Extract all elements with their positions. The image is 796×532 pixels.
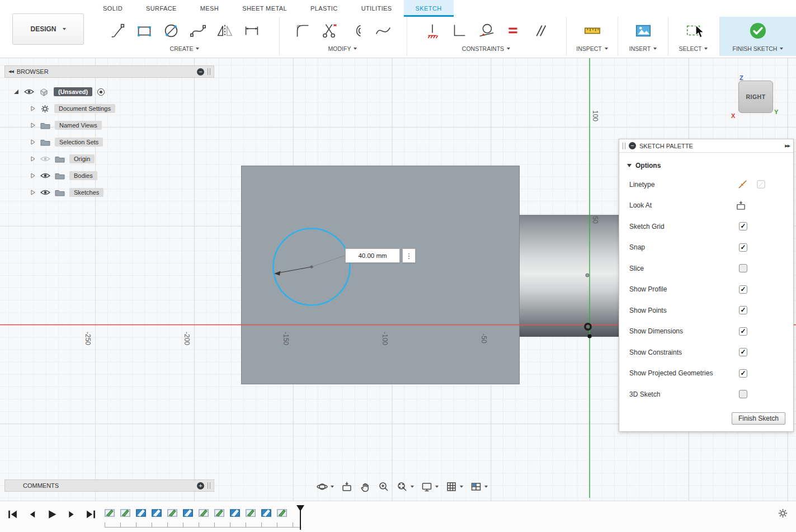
go-to-start-icon[interactable]	[7, 509, 18, 522]
insert-menu[interactable]: INSERT	[629, 45, 657, 52]
equal-constraint-icon[interactable]	[503, 21, 523, 41]
play-icon[interactable]	[46, 509, 58, 522]
browser-item-named-views[interactable]: Named Views	[4, 117, 214, 134]
show-points-checkbox[interactable]	[739, 306, 747, 314]
timeline-sketch-feature-icon[interactable]	[213, 507, 225, 519]
visibility-eye-icon[interactable]	[40, 189, 50, 196]
options-section-header[interactable]: Options	[619, 157, 793, 174]
show-constraints-checkbox[interactable]	[739, 348, 747, 356]
sketch-profile-region[interactable]	[241, 166, 520, 384]
look-at-icon[interactable]	[736, 200, 746, 211]
timeline-sketch-feature-icon[interactable]	[229, 507, 241, 519]
step-forward-icon[interactable]	[65, 509, 77, 522]
expander-closed-icon[interactable]	[30, 156, 36, 162]
go-to-end-icon[interactable]	[85, 509, 97, 522]
tab-solid[interactable]: SOLID	[91, 0, 134, 17]
timeline-sketch-feature-icon[interactable]	[260, 507, 272, 519]
browser-item-label[interactable]: Document Settings	[54, 104, 115, 113]
mirror-icon[interactable]	[215, 21, 235, 41]
timeline-sketch-feature-icon[interactable]	[166, 507, 178, 519]
grid-settings-icon[interactable]	[446, 481, 463, 492]
offset-icon[interactable]	[346, 21, 366, 41]
show-dimensions-checkbox[interactable]	[739, 327, 747, 336]
tab-plastic[interactable]: PLASTIC	[299, 0, 350, 17]
browser-item-label[interactable]: Bodies	[69, 171, 97, 180]
browser-item-label[interactable]: Named Views	[55, 121, 102, 130]
visibility-eye-icon[interactable]	[40, 172, 50, 180]
insert-image-icon[interactable]	[633, 21, 653, 41]
freeform-icon[interactable]	[373, 21, 393, 41]
viewcube[interactable]: RIGHT	[738, 81, 773, 113]
perpendicular-constraint-icon[interactable]	[449, 21, 469, 41]
document-name[interactable]: (Unsaved)	[54, 87, 92, 96]
timeline-sketch-feature-icon[interactable]	[182, 507, 194, 519]
snap-checkbox[interactable]	[739, 243, 747, 252]
timeline-sketch-feature-icon[interactable]	[244, 507, 257, 519]
orbit-icon[interactable]	[317, 481, 334, 492]
expander-closed-icon[interactable]	[30, 139, 36, 145]
collapse-circle-icon[interactable]	[197, 68, 204, 76]
palette-header[interactable]: SKETCH PALETTE	[619, 139, 793, 153]
display-settings-icon[interactable]	[421, 481, 439, 492]
collapse-left-icon[interactable]	[8, 69, 13, 74]
timeline-sketch-feature-icon[interactable]	[135, 507, 147, 519]
comments-header[interactable]: COMMENTS	[4, 479, 214, 492]
finish-sketch-button[interactable]: FINISH SKETCH	[733, 45, 784, 52]
timeline-settings-gear-icon[interactable]	[778, 508, 788, 521]
browser-header[interactable]: BROWSER	[4, 65, 214, 78]
fix-constraint-icon[interactable]	[422, 21, 442, 41]
tab-utilities[interactable]: UTILITIES	[350, 0, 404, 17]
sketch-spline-icon[interactable]	[188, 21, 208, 41]
dimension-options-button[interactable]	[402, 248, 416, 263]
linetype-construction-icon[interactable]	[737, 179, 748, 190]
browser-item-label[interactable]: Sketches	[69, 188, 103, 197]
timeline-sketch-feature-icon[interactable]	[103, 507, 116, 519]
browser-item-sketches[interactable]: Sketches	[4, 184, 214, 201]
zoom-icon[interactable]	[378, 481, 389, 492]
finish-sketch-palette-button[interactable]: Finish Sketch	[732, 412, 785, 425]
timeline-position-marker[interactable]	[296, 505, 304, 511]
sketch-rectangle-icon[interactable]	[134, 21, 154, 41]
panel-grip[interactable]	[208, 68, 210, 75]
sketch-dimension-icon[interactable]	[242, 21, 262, 41]
browser-root-row[interactable]: (Unsaved)	[4, 83, 214, 100]
expander-closed-icon[interactable]	[30, 173, 36, 178]
browser-item-bodies[interactable]: Bodies	[4, 167, 214, 184]
show-projected-geometries-checkbox[interactable]	[739, 369, 747, 378]
sketch-grid-checkbox[interactable]	[739, 222, 747, 230]
browser-item-document-settings[interactable]: Document Settings	[4, 100, 214, 117]
timeline-sketch-feature-icon[interactable]	[276, 507, 288, 519]
create-menu[interactable]: CREATE	[170, 45, 200, 52]
panel-grip[interactable]	[623, 143, 625, 149]
look-at-icon[interactable]	[341, 481, 352, 492]
show-profile-checkbox[interactable]	[739, 285, 747, 294]
browser-item-label[interactable]: Origin	[69, 154, 95, 163]
tab-sheet-metal[interactable]: SHEET METAL	[230, 0, 299, 17]
tab-sketch[interactable]: SKETCH	[404, 0, 454, 17]
collapse-right-icon[interactable]	[785, 144, 790, 148]
modify-menu[interactable]: MODIFY	[328, 45, 357, 52]
step-back-icon[interactable]	[26, 509, 38, 522]
visibility-eye-off-icon[interactable]	[40, 156, 50, 163]
fit-icon[interactable]	[397, 481, 414, 492]
linetype-centerline-icon[interactable]	[756, 179, 766, 190]
cylinder-body[interactable]	[520, 215, 619, 337]
expander-closed-icon[interactable]	[30, 190, 36, 195]
active-document-radio[interactable]	[97, 88, 105, 96]
tangent-constraint-icon[interactable]	[476, 21, 496, 41]
fillet-icon[interactable]	[293, 21, 313, 41]
timeline-sketch-feature-icon[interactable]	[150, 507, 163, 519]
constraints-menu[interactable]: CONSTRAINTS	[462, 45, 510, 52]
collapse-circle-icon[interactable]	[629, 142, 636, 149]
3d-sketch-checkbox[interactable]	[739, 390, 747, 398]
select-menu[interactable]: SELECT	[679, 45, 708, 52]
pan-icon[interactable]	[360, 481, 371, 492]
viewports-icon[interactable]	[470, 481, 488, 492]
expander-closed-icon[interactable]	[30, 106, 36, 111]
tab-mesh[interactable]: MESH	[189, 0, 230, 17]
timeline-sketch-feature-icon[interactable]	[119, 507, 131, 519]
finish-sketch-check-icon[interactable]	[748, 21, 768, 41]
expander-open-icon[interactable]	[13, 89, 19, 95]
expand-circle-icon[interactable]	[197, 482, 204, 489]
expander-closed-icon[interactable]	[30, 123, 36, 128]
